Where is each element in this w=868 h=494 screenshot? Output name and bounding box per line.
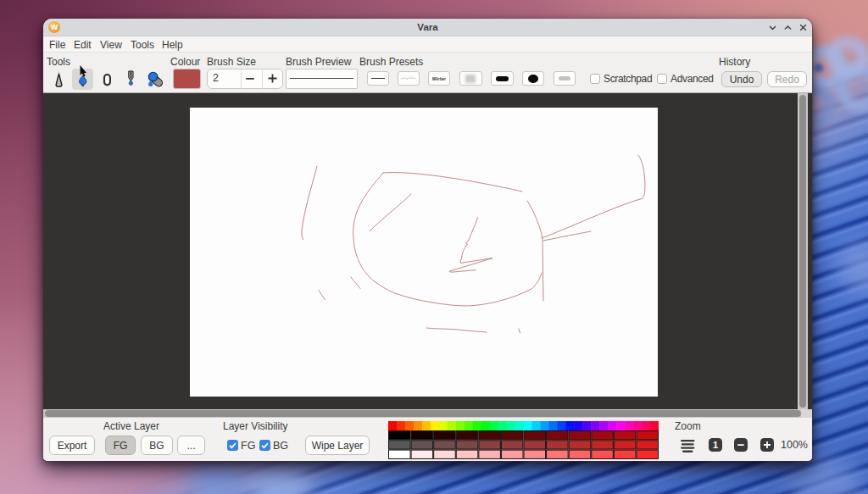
svg-text:MArber: MArber	[432, 77, 446, 81]
